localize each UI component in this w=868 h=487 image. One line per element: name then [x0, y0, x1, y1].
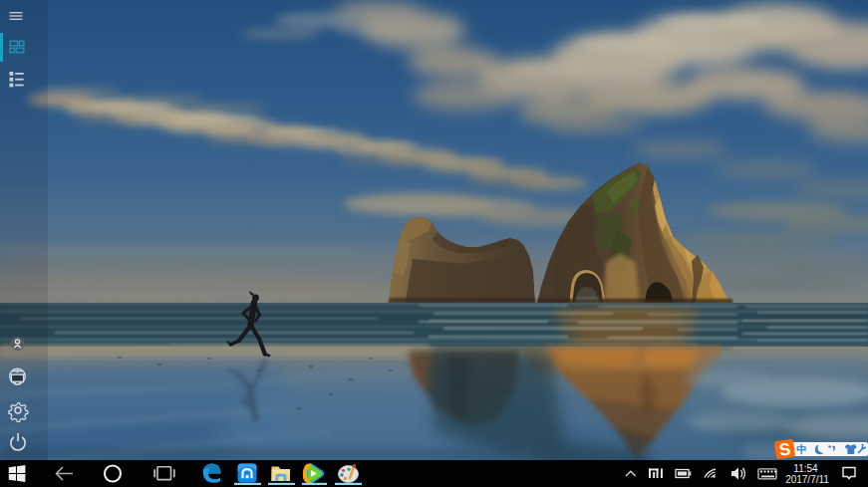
svg-text:2017/7/11: 2017/7/11 [785, 474, 829, 485]
svg-text:中: 中 [797, 443, 808, 455]
svg-text:11:54: 11:54 [793, 463, 818, 474]
